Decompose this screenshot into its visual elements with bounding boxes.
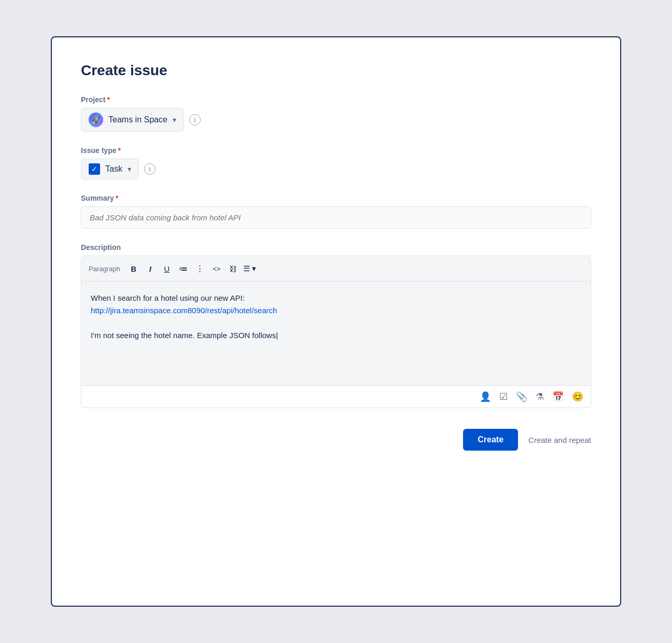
summary-required-star: * <box>116 194 118 202</box>
create-issue-modal: Create issue Project * 🚀 Teams in Space … <box>51 36 621 607</box>
mention-icon[interactable]: 👤 <box>480 391 491 402</box>
emoji-icon[interactable]: 😊 <box>572 391 583 402</box>
project-label: Project * <box>81 95 591 104</box>
toolbar-paragraph-label: Paragraph <box>89 265 120 273</box>
task-list-icon[interactable]: ☑ <box>499 391 508 402</box>
create-button[interactable]: Create <box>463 429 518 451</box>
code-button[interactable]: <> <box>209 261 224 276</box>
italic-button[interactable]: I <box>143 261 158 276</box>
task-icon: ✓ <box>89 163 100 175</box>
editor-footer: 👤 ☑ 📎 ⚗ 📅 😊 <box>81 385 591 408</box>
issue-type-label: Issue type * <box>81 146 591 155</box>
page-title: Create issue <box>81 62 591 79</box>
project-field-group: Project * 🚀 Teams in Space ▾ i <box>81 95 591 132</box>
summary-label: Summary * <box>81 194 591 202</box>
underline-button[interactable]: U <box>160 261 174 276</box>
description-line-2: http://jira.teamsinspace.com8090/rest/ap… <box>91 304 581 317</box>
issue-type-select-wrapper: ✓ Task ▾ i <box>81 159 591 179</box>
project-select-wrapper: 🚀 Teams in Space ▾ i <box>81 108 591 132</box>
link-button[interactable]: ⛓ <box>226 261 241 276</box>
project-info-icon[interactable]: i <box>189 114 201 125</box>
issue-type-chevron-icon: ▾ <box>128 165 131 173</box>
bullet-list-button[interactable]: ≔ <box>176 261 191 276</box>
issue-type-field-group: Issue type * ✓ Task ▾ i <box>81 146 591 179</box>
summary-input[interactable] <box>81 206 591 229</box>
issue-type-value: Task <box>105 164 122 174</box>
description-url: http://jira.teamsinspace.com8090/rest/ap… <box>91 306 277 315</box>
issue-type-dropdown[interactable]: ✓ Task ▾ <box>81 159 139 179</box>
issue-type-info-icon[interactable]: i <box>144 163 156 175</box>
description-editor: Paragraph B I U ≔ ⋮ <> ⛓ ☰ ▾ When I sear… <box>81 256 591 408</box>
date-icon[interactable]: 📅 <box>552 391 564 402</box>
summary-field-group: Summary * <box>81 194 591 229</box>
editor-toolbar: Paragraph B I U ≔ ⋮ <> ⛓ ☰ ▾ <box>81 256 591 282</box>
project-dropdown[interactable]: 🚀 Teams in Space ▾ <box>81 108 184 132</box>
description-line-3 <box>91 317 581 329</box>
editor-content-area[interactable]: When I search for a hotel using our new … <box>81 282 591 385</box>
bold-button[interactable]: B <box>127 261 141 276</box>
description-line-1: When I search for a hotel using our new … <box>91 292 581 304</box>
align-button[interactable]: ☰ ▾ <box>243 261 257 276</box>
project-chevron-icon: ▾ <box>173 116 176 124</box>
project-required-star: * <box>107 95 109 104</box>
project-icon: 🚀 <box>89 113 103 127</box>
action-buttons: Create Create and repeat <box>81 429 591 451</box>
attachment-icon[interactable]: 📎 <box>516 391 527 402</box>
create-and-repeat-button[interactable]: Create and repeat <box>528 436 591 444</box>
description-label: Description <box>81 243 591 251</box>
project-value: Teams in Space <box>108 115 167 124</box>
filter-icon[interactable]: ⚗ <box>536 391 544 402</box>
ordered-list-button[interactable]: ⋮ <box>193 261 207 276</box>
description-line-4: I'm not seeing the hotel name. Example J… <box>91 329 581 342</box>
text-cursor <box>276 331 278 340</box>
description-field-group: Description Paragraph B I U ≔ ⋮ <> ⛓ ☰ ▾… <box>81 243 591 408</box>
issue-type-required-star: * <box>118 146 120 155</box>
